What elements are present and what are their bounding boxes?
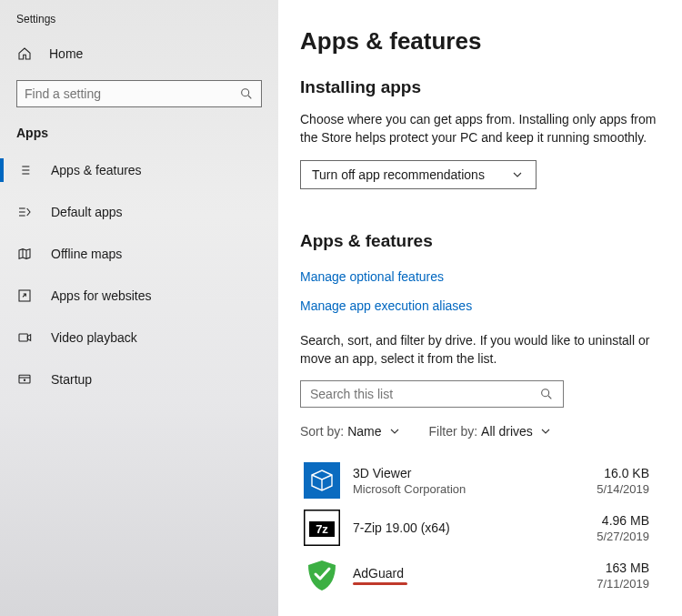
app-name: 7-Zip 19.00 (x64): [353, 520, 450, 535]
svg-marker-11: [19, 249, 30, 259]
highlight-underline: [353, 582, 407, 585]
app-row-7zip[interactable]: 7z 7-Zip 19.00 (x64) 4.96 MB 5/27/2019: [300, 504, 675, 551]
chevron-down-icon: [510, 167, 525, 182]
app-name: 3D Viewer: [353, 466, 466, 480]
search-icon: [239, 86, 254, 101]
app-publisher: Microsoft Corporation: [353, 482, 466, 496]
sidebar: Settings Home Apps Apps & features Defau: [0, 0, 278, 616]
chevron-down-icon: [538, 424, 553, 439]
search-icon: [539, 387, 554, 401]
apps-features-description: Search, sort, and filter by drive. If yo…: [300, 331, 673, 369]
page-title: Apps & features: [300, 27, 675, 56]
installing-description: Choose where you can get apps from. Inst…: [300, 110, 673, 147]
main-content: Apps & features Installing apps Choose w…: [278, 0, 682, 616]
app-name: AdGuard: [353, 566, 407, 581]
map-icon: [16, 246, 33, 262]
app-size: 163 MB: [597, 560, 649, 575]
settings-window: Settings Home Apps Apps & features Defau: [0, 0, 682, 616]
sidebar-item-startup[interactable]: Startup: [0, 358, 278, 400]
open-icon: [16, 288, 33, 304]
sidebar-item-label: Default apps: [51, 205, 123, 219]
app-icon-3d-viewer: [304, 462, 340, 499]
svg-text:7z: 7z: [316, 522, 328, 536]
sidebar-item-label: Startup: [51, 372, 92, 387]
apps-features-heading: Apps & features: [300, 231, 675, 251]
startup-icon: [16, 371, 33, 388]
svg-point-19: [24, 379, 25, 380]
sidebar-item-apps-features[interactable]: Apps & features: [0, 149, 278, 191]
app-row-3d-viewer[interactable]: 3D Viewer Microsoft Corporation 16.0 KB …: [300, 457, 675, 504]
sort-label: Sort by:: [300, 424, 344, 439]
installing-source-dropdown[interactable]: Turn off app recommendations: [300, 160, 537, 189]
sidebar-item-video-playback[interactable]: Video playback: [0, 317, 278, 358]
sidebar-section-header: Apps: [0, 126, 278, 149]
sidebar-home[interactable]: Home: [0, 38, 278, 69]
filter-label: Filter by:: [429, 424, 478, 439]
video-icon: [16, 329, 33, 346]
sidebar-home-label: Home: [49, 46, 83, 61]
app-size: 16.0 KB: [597, 466, 649, 480]
app-date: 5/27/2019: [597, 530, 649, 543]
home-icon: [16, 45, 33, 62]
app-icon-adguard: [304, 557, 340, 593]
sidebar-item-label: Apps & features: [51, 163, 142, 177]
link-optional-features[interactable]: Manage optional features: [300, 269, 444, 284]
app-list-search[interactable]: [300, 380, 564, 408]
sort-value: Name: [347, 424, 381, 439]
sidebar-item-offline-maps[interactable]: Offline maps: [0, 233, 278, 275]
app-row-adguard[interactable]: AdGuard 163 MB 7/11/2019: [300, 551, 675, 599]
svg-line-21: [548, 396, 551, 399]
filter-value: All drives: [481, 424, 533, 439]
window-title: Settings: [0, 9, 278, 38]
app-icon-7zip: 7z: [304, 510, 340, 546]
chevron-down-icon: [387, 424, 402, 439]
sort-by-dropdown[interactable]: Name: [347, 424, 401, 439]
dropdown-value: Turn off app recommendations: [312, 167, 485, 182]
sort-filter-row: Sort by: Name Filter by: All drives: [300, 424, 675, 439]
app-date: 7/11/2019: [597, 577, 649, 591]
svg-point-0: [242, 89, 249, 96]
sidebar-item-label: Offline maps: [51, 247, 122, 261]
sidebar-item-label: Video playback: [51, 330, 137, 345]
svg-rect-15: [19, 334, 27, 341]
sidebar-item-apps-websites[interactable]: Apps for websites: [0, 275, 278, 317]
sidebar-item-label: Apps for websites: [51, 288, 152, 303]
svg-line-1: [248, 96, 251, 98]
list-icon: [16, 162, 33, 178]
sidebar-search[interactable]: [16, 80, 262, 107]
sidebar-search-input[interactable]: [25, 86, 239, 101]
app-date: 5/14/2019: [597, 482, 649, 496]
link-execution-aliases[interactable]: Manage app execution aliases: [300, 298, 472, 313]
app-size: 4.96 MB: [597, 513, 649, 528]
svg-point-20: [542, 389, 549, 397]
filter-by-dropdown[interactable]: All drives: [481, 424, 553, 439]
installing-heading: Installing apps: [300, 77, 675, 97]
sidebar-item-default-apps[interactable]: Default apps: [0, 191, 278, 233]
app-list-search-input[interactable]: [310, 387, 539, 401]
defaults-icon: [16, 204, 33, 220]
